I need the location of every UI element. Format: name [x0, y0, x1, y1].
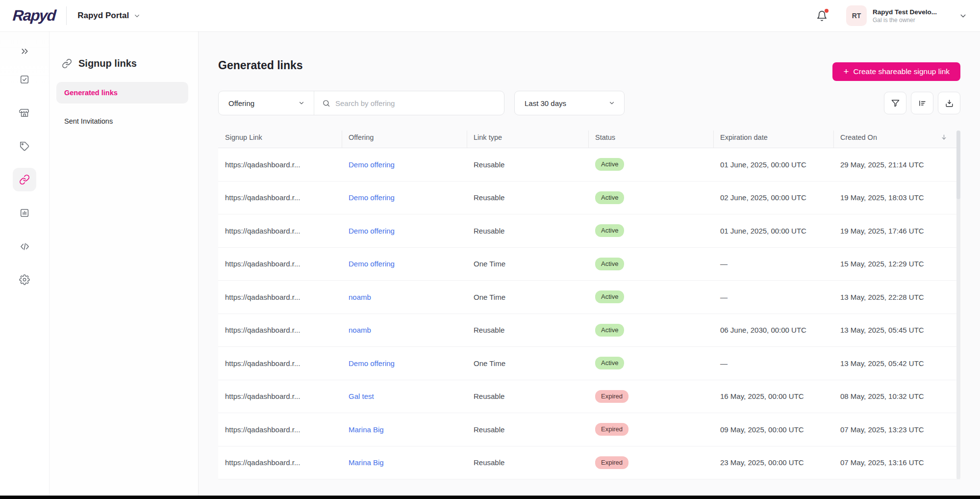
cell-link-type: Reusable [467, 380, 588, 413]
offering-link[interactable]: Demo offering [349, 359, 395, 368]
table-row[interactable]: https://qadashboard.r... Demo offering O… [218, 347, 960, 380]
cell-signup-link: https://qadashboard.r... [218, 281, 342, 314]
cell-expiration: 23 May, 2025, 00:00 UTC [713, 446, 833, 479]
nav-rail-item-settings[interactable] [13, 268, 36, 291]
account-subtitle: Gal is the owner [873, 17, 946, 24]
offering-link[interactable]: Marina Big [349, 458, 384, 467]
sidebar-item-label: Sent Invitations [64, 117, 113, 125]
cell-signup-link: https://qadashboard.r... [218, 347, 342, 380]
sort-icon [918, 99, 927, 108]
filter-button[interactable] [884, 92, 906, 114]
nav-rail-item-developers[interactable] [13, 235, 36, 258]
cell-signup-link: https://qadashboard.r... [218, 182, 342, 214]
offering-link[interactable]: Demo offering [349, 260, 395, 268]
nav-rail-item-offerings[interactable] [13, 134, 36, 158]
account-menu-chevron-icon[interactable] [959, 12, 967, 20]
cell-expiration: 01 June, 2025, 00:00 UTC [713, 148, 833, 181]
status-badge: Active [595, 191, 624, 204]
cell-status: Expired [588, 413, 713, 446]
plus-icon: + [843, 67, 849, 76]
offering-link[interactable]: Demo offering [349, 160, 395, 169]
offering-link[interactable]: Demo offering [349, 193, 395, 202]
cell-expiration: 06 June, 2030, 00:00 UTC [713, 314, 833, 347]
cell-signup-link: https://qadashboard.r... [218, 214, 342, 247]
column-header-signup-link[interactable]: Signup Link [218, 131, 342, 148]
table-row[interactable]: https://qadashboard.r... Demo offering R… [218, 214, 960, 248]
sidebar-item-label: Generated links [64, 89, 118, 97]
status-badge: Expired [595, 456, 628, 469]
cell-link-type: One Time [467, 347, 588, 380]
cell-link-type: Reusable [467, 314, 588, 347]
cell-link-type: Reusable [467, 446, 588, 479]
nav-rail-item-reports[interactable] [13, 201, 36, 225]
table-row[interactable]: https://qadashboard.r... Gal test Reusab… [218, 380, 960, 414]
nav-rail-item-signup-links[interactable] [13, 168, 36, 191]
table-scrollbar[interactable] [956, 131, 960, 479]
create-signup-link-button[interactable]: + Create shareable signup link [832, 62, 960, 81]
sort-descending-arrow-icon[interactable] [940, 133, 956, 141]
status-badge: Expired [595, 423, 628, 436]
account-avatar[interactable]: RT [846, 5, 867, 26]
cell-status: Active [588, 347, 713, 380]
column-header-status[interactable]: Status [588, 131, 713, 148]
search-input[interactable] [335, 99, 496, 107]
status-badge: Active [595, 324, 624, 337]
column-header-expiration-date[interactable]: Expiration date [713, 131, 833, 148]
sidebar-item-generated-links[interactable]: Generated links [56, 82, 188, 104]
account-info: Rapyd Test Develo... Gal is the owner [873, 8, 946, 24]
expand-sidebar-button[interactable] [13, 39, 36, 63]
offering-link[interactable]: Demo offering [349, 227, 395, 235]
cell-created: 15 May, 2025, 12:29 UTC [833, 248, 960, 281]
table-row[interactable]: https://qadashboard.r... Marina Big Reus… [218, 413, 960, 446]
offering-filter-dropdown[interactable]: Offering [219, 91, 314, 115]
cell-link-type: One Time [467, 281, 588, 314]
table-row[interactable]: https://qadashboard.r... noamb One Time … [218, 281, 960, 314]
cell-expiration: 16 May, 2025, 00:00 UTC [713, 380, 833, 413]
cell-offering: Demo offering [342, 347, 467, 380]
offering-link[interactable]: noamb [349, 293, 371, 301]
table-row[interactable]: https://qadashboard.r... noamb Reusable … [218, 314, 960, 347]
cell-link-type: Reusable [467, 148, 588, 181]
sidebar-item-sent-invitations[interactable]: Sent Invitations [56, 110, 188, 132]
checkbox-icon [19, 74, 30, 85]
offering-link[interactable]: Gal test [349, 392, 374, 400]
sort-button[interactable] [911, 92, 933, 114]
cell-status: Active [588, 214, 713, 247]
column-header-created-on[interactable]: Created On [833, 131, 960, 148]
notifications-button[interactable] [816, 10, 828, 22]
cell-offering: Marina Big [342, 413, 467, 446]
chevron-down-icon [608, 100, 615, 106]
status-badge: Active [595, 357, 624, 369]
code-icon [19, 241, 30, 252]
table-row[interactable]: https://qadashboard.r... Demo offering O… [218, 248, 960, 281]
date-range-dropdown[interactable]: Last 30 days [514, 91, 625, 115]
column-header-offering[interactable]: Offering [342, 131, 467, 148]
cell-offering: noamb [342, 314, 467, 347]
cell-created: 13 May, 2025, 22:28 UTC [833, 281, 960, 314]
workspace-switcher[interactable]: Rapyd Portal [77, 11, 141, 21]
cell-status: Active [588, 314, 713, 347]
rapyd-logo: Rapyd [12, 7, 67, 25]
nav-rail [0, 31, 50, 499]
scrollbar-thumb[interactable] [956, 131, 960, 199]
nav-rail-item-store[interactable] [13, 101, 36, 125]
cell-link-type: One Time [467, 248, 588, 281]
offering-filter-value: Offering [228, 99, 254, 107]
download-button[interactable] [938, 92, 960, 114]
cell-created: 29 May, 2025, 21:14 UTC [833, 148, 960, 181]
cell-status: Expired [588, 446, 713, 479]
column-header-link-type[interactable]: Link type [467, 131, 588, 148]
offering-link[interactable]: Marina Big [349, 425, 384, 434]
cell-signup-link: https://qadashboard.r... [218, 314, 342, 347]
filter-row: Offering Last 30 days [218, 91, 960, 115]
offering-link[interactable]: noamb [349, 326, 371, 334]
gear-icon [19, 274, 30, 285]
table-row[interactable]: https://qadashboard.r... Demo offering R… [218, 148, 960, 182]
table-row[interactable]: https://qadashboard.r... Demo offering R… [218, 182, 960, 215]
nav-rail-item-onboarding[interactable] [13, 68, 36, 91]
cell-expiration: 02 June, 2025, 00:00 UTC [713, 182, 833, 214]
cell-offering: Demo offering [342, 182, 467, 214]
sidebar-title: Signup links [56, 58, 188, 69]
top-bar: Rapyd Rapyd Portal RT Rapyd Test Develo.… [0, 0, 980, 31]
table-row[interactable]: https://qadashboard.r... Marina Big Reus… [218, 446, 960, 480]
